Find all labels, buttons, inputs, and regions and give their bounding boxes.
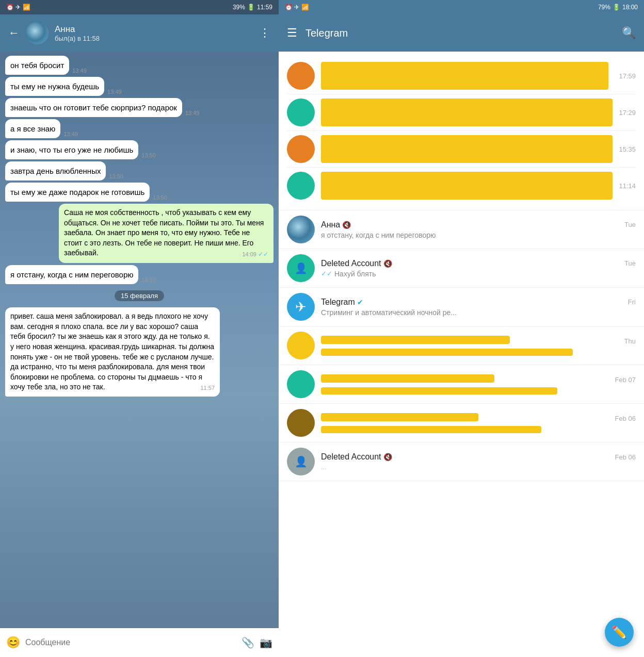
chat-name: Анна 🔇 <box>321 220 351 229</box>
double-check-icon: ✓✓ <box>321 270 332 277</box>
chat-list-panel: ☰ Telegram 🔍 17:59 17:29 <box>279 0 644 657</box>
chat-preview: я отстану, когда с ним переговорю <box>321 231 636 239</box>
message-bubble: Саша не моя собственность , чтоб указыва… <box>59 204 273 263</box>
message-bubble: ты ему же даже подарок не готовишь <box>5 183 150 202</box>
privacy-blur-content <box>321 172 613 200</box>
chat-item-deleted2[interactable]: 👤 Deleted Account 🔇 Feb 06 ... <box>279 442 644 481</box>
mute-icon-2: 🔇 <box>383 453 392 461</box>
chat-avatar-orange <box>287 62 315 90</box>
chat-header-info: Анна был(а) в 11:58 <box>55 24 253 42</box>
emoji-button[interactable]: 😊 <box>6 636 20 649</box>
left-status-bar: ⏰ ✈ 📶 39% 🔋 11:59 <box>0 0 279 14</box>
message-input[interactable] <box>25 638 236 647</box>
date-divider: 15 февраля <box>115 290 164 301</box>
message-row: а я все знаю 13:49 <box>5 119 273 138</box>
chat-time: 11:14 <box>619 182 636 190</box>
message-bubble: ты ему не нужна будешь <box>5 77 104 96</box>
chat-item-content: Deleted Account 🔇 Tue ✓✓ Нахуй блять <box>321 259 636 278</box>
chat-name: Deleted Account 🔇 <box>321 259 392 268</box>
anna-avatar <box>287 216 315 243</box>
chat-name: Deleted Account 🔇 <box>321 452 392 462</box>
message-row: знаешь что он готовит тебе сюрприз? пода… <box>5 98 273 117</box>
compose-button[interactable]: ✏️ <box>605 618 634 647</box>
compose-icon: ✏️ <box>611 625 627 639</box>
chat-window: ← Анна был(а) в 11:58 ⋮ он тебя бросит 1… <box>0 0 279 657</box>
chat-preview: ✓✓ Нахуй блять <box>321 270 636 278</box>
privacy-blur-content <box>321 62 608 90</box>
message-row: он тебя бросит 13:49 <box>5 56 273 75</box>
message-row: привет. саша меня заблокировал. а я ведь… <box>5 307 273 397</box>
search-button[interactable]: 🔍 <box>622 26 636 40</box>
mute-icon: 🔇 <box>342 221 351 229</box>
right-status-bar: ⏰ ✈ 📶 79% 🔋 18:00 <box>279 0 644 14</box>
telegram-avatar: ✈ <box>287 293 315 321</box>
chat-avatar-teal2 <box>287 172 315 200</box>
blur-avatar-feb07 <box>287 370 315 398</box>
chat-item-blur-thu[interactable]: Thu <box>279 326 644 365</box>
message-bubble: я отстану, когда с ним переговорю <box>5 265 138 284</box>
chat-item-blur-4[interactable]: 11:14 <box>287 168 636 204</box>
chat-item-blur-1[interactable]: 17:59 <box>287 58 636 94</box>
chat-name-row: Feb 07 <box>321 374 636 386</box>
chat-name-row: Анна 🔇 Tue <box>321 220 636 229</box>
chat-header: ← Анна был(а) в 11:58 ⋮ <box>0 14 279 52</box>
camera-button[interactable]: 📷 <box>260 636 272 649</box>
chat-item-person-feb06[interactable]: Feb 06 <box>279 404 644 442</box>
message-row: ты ему же даже подарок не готовишь 13:50 <box>5 183 273 202</box>
left-status-icons: ⏰ ✈ 📶 <box>6 4 30 11</box>
privacy-blur-content <box>321 98 613 126</box>
message-row: я отстану, когда с ним переговорю 14:10 <box>5 265 273 284</box>
chat-item-content: Deleted Account 🔇 Feb 06 ... <box>321 452 636 471</box>
chat-header-status: был(а) в 11:58 <box>55 35 253 42</box>
chat-avatar-orange2 <box>287 135 315 163</box>
chat-item-content: Thu <box>321 336 636 356</box>
deleted-avatar-2: 👤 <box>287 448 315 475</box>
mute-icon: 🔇 <box>383 259 392 268</box>
chat-preview: ... <box>321 463 636 471</box>
chat-item-blur-3[interactable]: 15:35 <box>287 131 636 168</box>
message-bubble: знаешь что он готовит тебе сюрприз? пода… <box>5 98 182 117</box>
chat-list: 17:59 17:29 15:35 11:14 <box>279 52 644 657</box>
chat-item-blur-feb07[interactable]: Feb 07 <box>279 365 644 404</box>
blur-name <box>321 413 478 421</box>
more-options-button[interactable]: ⋮ <box>259 26 270 40</box>
message-row: завтра день влюбленных 13:50 <box>5 161 273 180</box>
blur-avatar-thu <box>287 332 315 359</box>
blur-name <box>321 374 494 383</box>
chat-time: 17:29 <box>619 109 636 117</box>
chat-name-row: Deleted Account 🔇 Feb 06 <box>321 452 636 462</box>
privacy-block-top: 17:59 17:29 15:35 11:14 <box>279 52 644 210</box>
blur-preview <box>321 426 541 433</box>
message-row: Саша не моя собственность , чтоб указыва… <box>5 204 273 263</box>
chat-item-telegram[interactable]: ✈ Telegram ✔ Fri Стриминг и автоматическ… <box>279 288 644 326</box>
chat-item-content: Feb 07 <box>321 374 636 395</box>
back-button[interactable]: ← <box>8 26 20 40</box>
chat-item-content: Telegram ✔ Fri Стриминг и автоматический… <box>321 298 636 317</box>
chat-time: 15:35 <box>619 145 636 153</box>
left-status-right: 39% 🔋 11:59 <box>233 4 272 11</box>
chat-item-anna[interactable]: Анна 🔇 Tue я отстану, когда с ним перего… <box>279 210 644 249</box>
person-avatar <box>287 409 315 437</box>
message-bubble: он тебя бросит <box>5 56 69 75</box>
chat-item-deleted[interactable]: 👤 Deleted Account 🔇 Tue ✓✓ Нахуй блять <box>279 249 644 288</box>
chat-item-blur-2[interactable]: 17:29 <box>287 94 636 131</box>
menu-button[interactable]: ☰ <box>287 26 297 40</box>
chat-preview: Стриминг и автоматический ночной ре... <box>321 308 636 317</box>
deleted-avatar: 👤 <box>287 254 315 282</box>
blur-name <box>321 336 510 344</box>
privacy-blur-content <box>321 135 613 163</box>
chat-name-row: Thu <box>321 336 636 347</box>
message-bubble: а я все знаю <box>5 119 60 138</box>
blur-preview <box>321 349 573 356</box>
verified-icon: ✔ <box>357 298 363 306</box>
app-header: ☰ Telegram 🔍 <box>279 14 644 52</box>
chat-name-row: Telegram ✔ Fri <box>321 298 636 307</box>
right-status-icons: ⏰ ✈ 📶 <box>285 4 309 11</box>
chat-avatar[interactable] <box>26 22 49 44</box>
chat-name-row: Deleted Account 🔇 Tue <box>321 259 636 268</box>
message-input-bar: 😊 📎 📷 <box>0 628 279 657</box>
message-row: ты ему не нужна будешь 13:49 <box>5 77 273 96</box>
app-title: Telegram <box>305 27 614 39</box>
attach-button[interactable]: 📎 <box>242 636 254 649</box>
chat-time: 17:59 <box>619 72 636 80</box>
